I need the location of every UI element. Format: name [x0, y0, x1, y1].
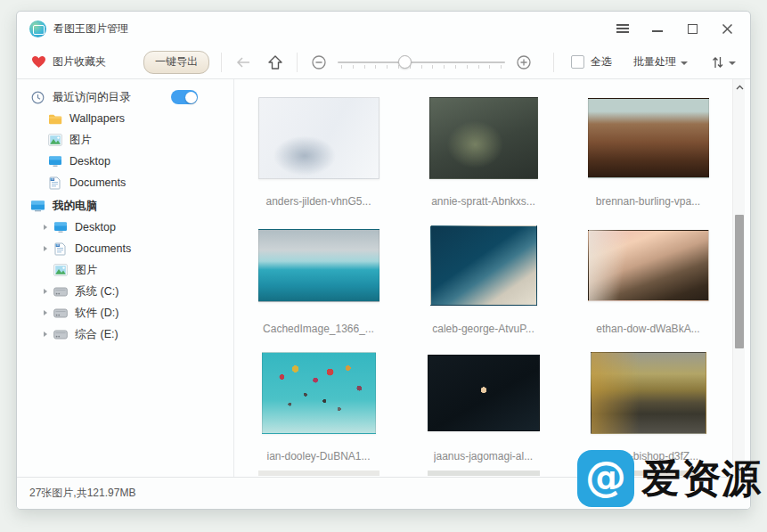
- image-icon: [47, 133, 62, 148]
- zoom-out-icon[interactable]: [309, 53, 329, 72]
- expand-arrow-icon[interactable]: [44, 331, 47, 337]
- heart-icon: [31, 55, 46, 69]
- computer-icon: [30, 199, 45, 214]
- thumbnail-filename: caleb-george-AtvuP...: [432, 323, 534, 335]
- app-logo-icon: [29, 20, 46, 37]
- divider: [553, 53, 554, 72]
- sidebar-item-drive-c[interactable]: 系统 (C:): [17, 281, 233, 302]
- svg-text:W: W: [51, 177, 53, 181]
- thumbnail-filename: anders-jilden-vhnG5...: [265, 195, 371, 208]
- window-title: 看图王图片管理: [53, 21, 128, 37]
- sidebar-item-documents[interactable]: W Documents: [17, 238, 233, 259]
- grid-item[interactable]: CachedImage_1366_...: [236, 221, 401, 348]
- thumbnail-image[interactable]: [428, 355, 540, 431]
- thumbnail-image[interactable]: [591, 352, 706, 434]
- sidebar-label: Documents: [69, 176, 126, 189]
- sidebar-item-pictures-recent[interactable]: 图片: [17, 129, 233, 151]
- expand-arrow-icon[interactable]: [44, 310, 47, 315]
- zoom-in-icon[interactable]: [514, 53, 534, 72]
- grid-item[interactable]: caleb-george-AtvuP...: [401, 221, 566, 348]
- drive-icon: [53, 284, 68, 299]
- thumbnail-image[interactable]: [258, 229, 379, 302]
- sidebar-label: 系统 (C:): [75, 284, 118, 299]
- export-button[interactable]: 一键导出: [143, 51, 209, 74]
- scrollbar-thumb[interactable]: [735, 215, 744, 348]
- thumbnail-filename: annie-spratt-Abnkxs...: [431, 195, 535, 208]
- grid-item[interactable]: annie-spratt-Abnkxs...: [401, 94, 566, 221]
- thumbnail-image[interactable]: [588, 98, 709, 178]
- grid-item[interactable]: ian-dooley-DuBNA1...: [236, 348, 401, 476]
- sidebar-item-recent-directories[interactable]: 最近访问的目录: [17, 86, 233, 108]
- watermark-logo-icon: @: [577, 450, 634, 507]
- home-up-icon[interactable]: [265, 53, 285, 72]
- thumbnail-filename: brennan-burling-vpa...: [596, 195, 700, 208]
- sidebar-item-desktop[interactable]: Desktop: [17, 217, 233, 238]
- sidebar-item-desktop-recent[interactable]: Desktop: [17, 151, 233, 172]
- sidebar-label: 图片: [76, 263, 98, 278]
- sidebar-label: 综合 (E:): [75, 327, 118, 342]
- sidebar-item-drive-d[interactable]: 软件 (D:): [17, 302, 233, 323]
- zoom-slider[interactable]: [338, 53, 505, 71]
- caret-down-icon: [729, 61, 736, 65]
- vertical-scrollbar[interactable]: [732, 79, 745, 477]
- expand-arrow-icon[interactable]: [44, 246, 47, 251]
- drive-icon: [53, 327, 68, 342]
- sort-dropdown[interactable]: [711, 55, 736, 70]
- sidebar-item-wallpapers[interactable]: Wallpapers: [17, 108, 233, 129]
- select-all-label: 全选: [591, 54, 612, 70]
- sidebar-item-documents-recent[interactable]: W Documents: [17, 172, 233, 193]
- zoom-slider-handle[interactable]: [398, 55, 412, 69]
- grid-item[interactable]: anders-jilden-vhnG5...: [236, 94, 401, 221]
- sidebar-label: 我的电脑: [53, 199, 97, 214]
- close-icon[interactable]: [720, 21, 734, 36]
- thumbnail-filename: ian-dooley-DuBNA1...: [266, 450, 370, 462]
- thumbnail-filename: CachedImage_1366_...: [263, 323, 374, 335]
- sidebar-label: Documents: [75, 242, 131, 255]
- favorites-button[interactable]: 图片收藏夹: [31, 54, 106, 70]
- image-icon: [53, 263, 69, 278]
- thumbnail-image[interactable]: [262, 352, 376, 434]
- sidebar: 最近访问的目录 Wallpapers 图片 Desktop: [17, 79, 234, 477]
- thumbnail-image[interactable]: [258, 97, 379, 179]
- drive-icon: [53, 306, 68, 321]
- scroll-up-icon[interactable]: [733, 81, 746, 94]
- sidebar-label: 图片: [69, 133, 92, 148]
- expand-arrow-icon[interactable]: [44, 289, 47, 294]
- thumbnail-image[interactable]: [429, 97, 538, 179]
- clock-icon: [30, 90, 45, 105]
- caret-down-icon: [681, 61, 688, 65]
- folder-icon: [47, 111, 62, 127]
- favorites-label: 图片收藏夹: [53, 54, 106, 70]
- batch-process-label: 批量处理: [633, 54, 676, 70]
- sidebar-item-drive-e[interactable]: 综合 (E:): [17, 323, 233, 345]
- document-icon: W: [47, 176, 62, 191]
- menu-icon[interactable]: [616, 21, 630, 36]
- thumbnail-grid: anders-jilden-vhnG5... annie-spratt-Abnk…: [234, 79, 750, 477]
- svg-text:W: W: [56, 243, 59, 247]
- titlebar: 看图王图片管理: [17, 12, 750, 45]
- grid-item[interactable]: ethan-dow-dWaBkA...: [566, 221, 730, 348]
- grid-item[interactable]: jaanus-jagomagi-al...: [401, 348, 566, 476]
- select-all-checkbox[interactable]: [571, 55, 584, 69]
- expand-arrow-icon[interactable]: [44, 225, 47, 230]
- divider: [221, 53, 222, 72]
- sidebar-label: Desktop: [69, 155, 110, 168]
- thumbnail-filename: jaanus-jagomagi-al...: [434, 450, 533, 462]
- watermark-text: 爱资源: [641, 453, 762, 505]
- thumbnail-image[interactable]: [588, 230, 709, 301]
- back-arrow-icon[interactable]: [233, 53, 253, 72]
- thumbnail-filename: ethan-dow-dWaBkA...: [596, 323, 699, 335]
- watermark: @ 爱资源: [577, 450, 762, 507]
- app-window: 看图王图片管理 图片收藏夹 一键导出: [16, 11, 751, 510]
- divider: [297, 53, 298, 72]
- thumbnail-image[interactable]: [430, 225, 537, 306]
- image-count-status: 27张图片,共121.97MB: [29, 486, 135, 501]
- monitor-icon: [53, 220, 68, 235]
- grid-item[interactable]: brennan-burling-vpa...: [566, 94, 730, 221]
- minimize-icon[interactable]: [650, 21, 665, 36]
- sidebar-item-my-computer[interactable]: 我的电脑: [17, 195, 233, 217]
- batch-process-dropdown[interactable]: 批量处理: [633, 54, 688, 70]
- recent-directories-toggle[interactable]: [171, 90, 198, 104]
- sidebar-item-pictures[interactable]: 图片: [17, 259, 233, 281]
- maximize-icon[interactable]: [685, 21, 699, 36]
